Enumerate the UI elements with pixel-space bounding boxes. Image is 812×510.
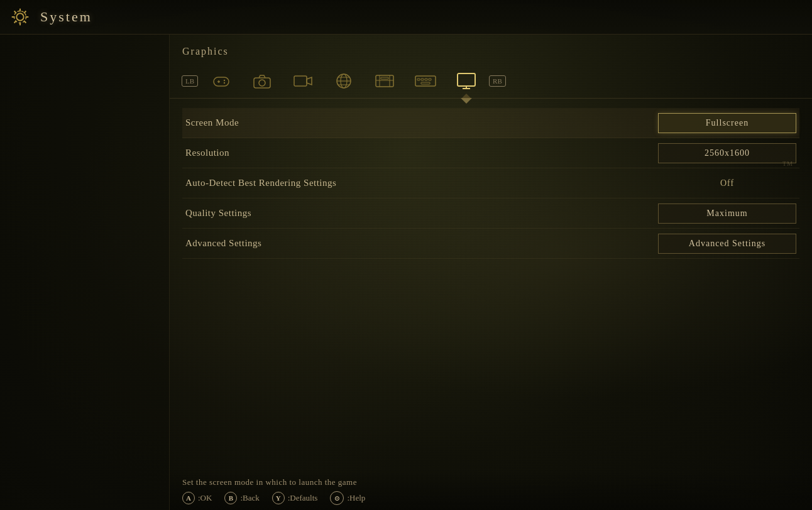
btn-defaults-label: :Defaults — [288, 493, 318, 503]
screen-mode-box[interactable]: Fullscreen — [658, 113, 796, 133]
btn-y-icon: Y — [272, 492, 285, 504]
advanced-box[interactable]: Advanced Settings — [658, 234, 796, 254]
auto-detect-label: Auto-Detect Best Rendering Settings — [182, 178, 655, 188]
main-content: Graphics LB — [170, 35, 812, 510]
active-tab-indicator — [461, 98, 472, 104]
screen-mode-label: Screen Mode — [182, 117, 655, 128]
btn-help-label: :Help — [347, 493, 365, 503]
gamepad-icon — [211, 72, 231, 90]
trademark: TM — [782, 160, 793, 167]
tab-video[interactable] — [282, 63, 323, 98]
btn-help-icon: ⊙ — [330, 491, 344, 505]
svg-point-0 — [16, 13, 23, 20]
auto-detect-value: Off — [655, 178, 799, 188]
tab-globe[interactable] — [323, 63, 364, 98]
svg-point-16 — [259, 80, 265, 86]
svg-rect-31 — [425, 79, 427, 80]
header: System — [0, 0, 812, 35]
tab-monitor[interactable] — [446, 63, 486, 98]
hint-description: Set the screen mode in which to launch t… — [182, 477, 799, 487]
resolution-value: 2560x1600 — [655, 143, 799, 163]
svg-rect-29 — [417, 79, 420, 80]
header-icon — [8, 4, 33, 30]
globe-icon — [335, 72, 353, 90]
quality-value: Maximum — [655, 203, 799, 224]
svg-rect-28 — [415, 76, 436, 86]
quality-text: Maximum — [706, 209, 747, 219]
btn-ok-label: :OK — [198, 493, 212, 503]
setting-row-quality[interactable]: Quality Settings Maximum — [182, 198, 799, 229]
svg-rect-10 — [214, 77, 229, 86]
advanced-label: Advanced Settings — [182, 238, 655, 249]
advanced-text: Advanced Settings — [689, 239, 765, 249]
tab-camera[interactable] — [241, 63, 282, 98]
tab-bar: LB — [170, 63, 812, 99]
quality-box[interactable]: Maximum — [658, 203, 796, 224]
quality-label: Quality Settings — [182, 208, 655, 219]
btn-hint-back: B :Back — [224, 492, 259, 504]
button-hints: A :OK B :Back Y :Defaults ⊙ :Help — [182, 491, 799, 505]
svg-rect-27 — [381, 77, 388, 79]
section-label: Graphics — [170, 35, 812, 63]
tab-keyboard[interactable] — [405, 63, 446, 98]
resolution-text: 2560x1600 — [705, 148, 750, 158]
tab-gamepad[interactable] — [200, 63, 241, 98]
camera-icon — [253, 73, 272, 89]
btn-hint-ok: A :OK — [182, 492, 212, 504]
tab-rb-button[interactable]: RB — [489, 75, 506, 87]
screen-mode-value: Fullscreen — [655, 113, 799, 133]
setting-row-screen-mode[interactable]: Screen Mode Fullscreen — [182, 108, 799, 138]
hud-icon — [375, 73, 395, 89]
screen-mode-text: Fullscreen — [706, 118, 749, 128]
setting-row-resolution[interactable]: Resolution 2560x1600 — [182, 138, 799, 168]
video-icon — [293, 73, 313, 89]
btn-hint-help: ⊙ :Help — [330, 491, 365, 505]
settings-table: Screen Mode Fullscreen Resolution 2560x1… — [170, 102, 812, 265]
svg-rect-34 — [458, 73, 475, 86]
svg-point-14 — [223, 82, 224, 83]
svg-rect-33 — [421, 82, 430, 84]
btn-hint-defaults: Y :Defaults — [272, 492, 318, 504]
setting-row-auto-detect[interactable]: Auto-Detect Best Rendering Settings Off — [182, 168, 799, 198]
tab-hud[interactable] — [364, 63, 405, 98]
tab-lb-button[interactable]: LB — [182, 75, 198, 87]
svg-rect-32 — [429, 79, 431, 80]
left-panel — [0, 35, 170, 510]
advanced-value: Advanced Settings — [655, 234, 799, 254]
gear-icon — [8, 5, 32, 29]
btn-a-icon: A — [182, 492, 195, 504]
svg-rect-30 — [421, 79, 424, 80]
auto-detect-text: Off — [720, 178, 734, 188]
btn-b-icon: B — [224, 492, 237, 504]
svg-line-7 — [24, 11, 26, 13]
header-title: System — [40, 9, 92, 25]
setting-row-advanced[interactable]: Advanced Settings Advanced Settings — [182, 229, 799, 259]
keyboard-icon — [415, 73, 436, 89]
resolution-label: Resolution — [182, 148, 655, 158]
svg-rect-17 — [294, 76, 307, 86]
btn-back-label: :Back — [240, 493, 259, 503]
monitor-icon — [456, 72, 476, 90]
svg-point-13 — [223, 79, 224, 80]
bottom-bar: Set the screen mode in which to launch t… — [170, 472, 812, 510]
resolution-box[interactable]: 2560x1600 — [658, 143, 796, 163]
